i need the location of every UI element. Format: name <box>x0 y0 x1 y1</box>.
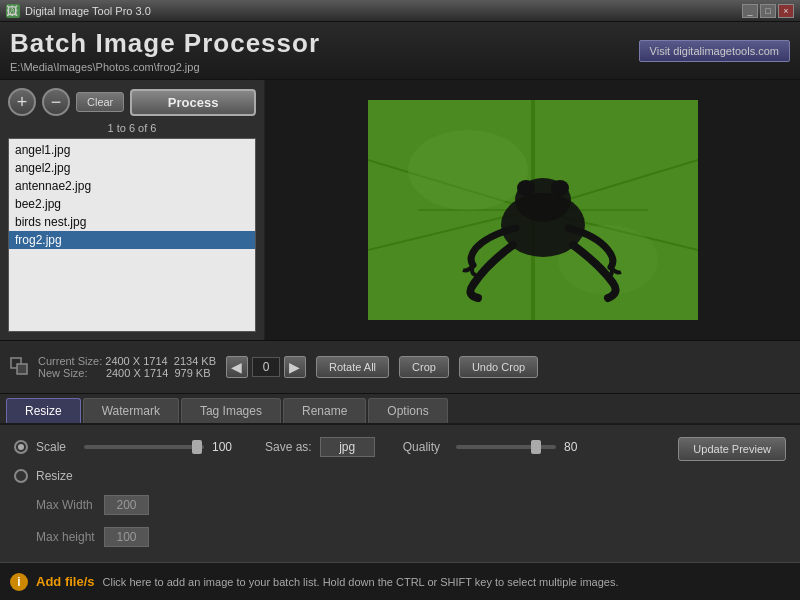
save-as-label: Save as: <box>265 440 312 454</box>
rotate-right-button[interactable]: ▶ <box>284 356 306 378</box>
save-as-input[interactable] <box>320 437 375 457</box>
tab-options[interactable]: Options <box>368 398 447 423</box>
update-preview-button[interactable]: Update Preview <box>678 437 786 461</box>
title-bar-text: Digital Image Tool Pro 3.0 <box>25 5 742 17</box>
file-list-container: angel1.jpgangel2.jpgantennae2.jpgbee2.jp… <box>8 138 256 332</box>
status-description: Click here to add an image to your batch… <box>103 576 619 588</box>
new-size-kb: 979 KB <box>174 367 210 379</box>
maximize-button[interactable]: □ <box>760 4 776 18</box>
file-count: 1 to 6 of 6 <box>8 122 256 134</box>
scale-label: Scale <box>36 440 76 454</box>
rotate-controls: ◀ 0 ▶ <box>226 356 306 378</box>
file-item[interactable]: frog2.jpg <box>9 231 255 249</box>
file-path: E:\Media\Images\Photos.com\frog2.jpg <box>10 61 320 73</box>
size-info: Current Size: 2400 X 1714 2134 KB New Si… <box>38 355 216 379</box>
current-size-value: 2400 X 1714 <box>105 355 167 367</box>
rotate-count: 0 <box>252 357 280 377</box>
visit-website-button[interactable]: Visit digitalimagetools.com <box>639 40 790 62</box>
add-button[interactable]: + <box>8 88 36 116</box>
scale-slider-thumb[interactable] <box>192 440 202 454</box>
options-panel: Scale 100 Save as: Quality 80 Resize <box>0 425 800 571</box>
max-height-input[interactable] <box>104 527 149 547</box>
tab-tag-images[interactable]: Tag Images <box>181 398 281 423</box>
max-height-label: Max height <box>36 530 96 544</box>
toolbar-row: + − Clear Process <box>8 88 256 116</box>
frog-image <box>368 100 698 320</box>
svg-point-13 <box>551 180 569 196</box>
remove-button[interactable]: − <box>42 88 70 116</box>
rotate-all-button[interactable]: Rotate All <box>316 356 389 378</box>
quality-slider-thumb[interactable] <box>531 440 541 454</box>
max-width-row: Max Width <box>14 495 678 515</box>
main-area: + − Clear Process 1 to 6 of 6 angel1.jpg… <box>0 80 800 340</box>
file-item[interactable]: birds nest.jpg <box>9 213 255 231</box>
tabs-bar: ResizeWatermarkTag ImagesRenameOptions <box>0 394 800 425</box>
undo-crop-button[interactable]: Undo Crop <box>459 356 538 378</box>
file-item[interactable]: angel2.jpg <box>9 159 255 177</box>
current-size-kb: 2134 KB <box>174 355 216 367</box>
title-bar: 🖼 Digital Image Tool Pro 3.0 _ □ × <box>0 0 800 22</box>
app-icon: 🖼 <box>6 4 20 18</box>
tab-resize[interactable]: Resize <box>6 398 81 423</box>
close-button[interactable]: × <box>778 4 794 18</box>
current-size-label: Current Size: <box>38 355 102 367</box>
status-icon: i <box>10 573 28 591</box>
resize-radio[interactable] <box>14 469 28 483</box>
rotate-left-button[interactable]: ◀ <box>226 356 248 378</box>
header-info: Batch Image Processor E:\Media\Images\Ph… <box>10 28 320 73</box>
quality-value: 80 <box>564 440 589 454</box>
file-panel: + − Clear Process 1 to 6 of 6 angel1.jpg… <box>0 80 265 340</box>
tab-rename[interactable]: Rename <box>283 398 366 423</box>
status-bar[interactable]: i Add file/s Click here to add an image … <box>0 562 800 600</box>
max-width-label: Max Width <box>36 498 96 512</box>
file-item[interactable]: angel1.jpg <box>9 141 255 159</box>
app-title: Batch Image Processor <box>10 28 320 59</box>
resize-icon <box>10 357 28 378</box>
image-preview <box>265 80 800 340</box>
max-height-row: Max height <box>14 527 678 547</box>
options-right: Update Preview <box>678 437 786 461</box>
svg-point-12 <box>517 180 535 196</box>
file-item[interactable]: bee2.jpg <box>9 195 255 213</box>
scale-value: 100 <box>212 440 237 454</box>
quality-slider-track <box>456 445 556 449</box>
controls-row: Current Size: 2400 X 1714 2134 KB New Si… <box>0 340 800 394</box>
minimize-button[interactable]: _ <box>742 4 758 18</box>
resize-label: Resize <box>36 469 76 483</box>
options-left: Scale 100 Save as: Quality 80 Resize <box>14 437 678 559</box>
window-controls: _ □ × <box>742 4 794 18</box>
svg-point-8 <box>408 130 528 210</box>
file-item[interactable]: antennae2.jpg <box>9 177 255 195</box>
scale-slider-track <box>84 445 204 449</box>
app-header: Batch Image Processor E:\Media\Images\Ph… <box>0 22 800 80</box>
svg-rect-15 <box>17 364 27 374</box>
clear-button[interactable]: Clear <box>76 92 124 112</box>
resize-row: Resize <box>14 469 678 483</box>
crop-button[interactable]: Crop <box>399 356 449 378</box>
new-size-value: 2400 X 1714 <box>106 367 168 379</box>
quality-label: Quality <box>403 440 440 454</box>
process-button[interactable]: Process <box>130 89 256 116</box>
scale-row: Scale 100 Save as: Quality 80 <box>14 437 678 457</box>
new-size-label: New Size: <box>38 367 88 379</box>
max-width-input[interactable] <box>104 495 149 515</box>
scale-radio[interactable] <box>14 440 28 454</box>
status-title: Add file/s <box>36 574 95 589</box>
file-list[interactable]: angel1.jpgangel2.jpgantennae2.jpgbee2.jp… <box>9 139 255 331</box>
tab-watermark[interactable]: Watermark <box>83 398 179 423</box>
